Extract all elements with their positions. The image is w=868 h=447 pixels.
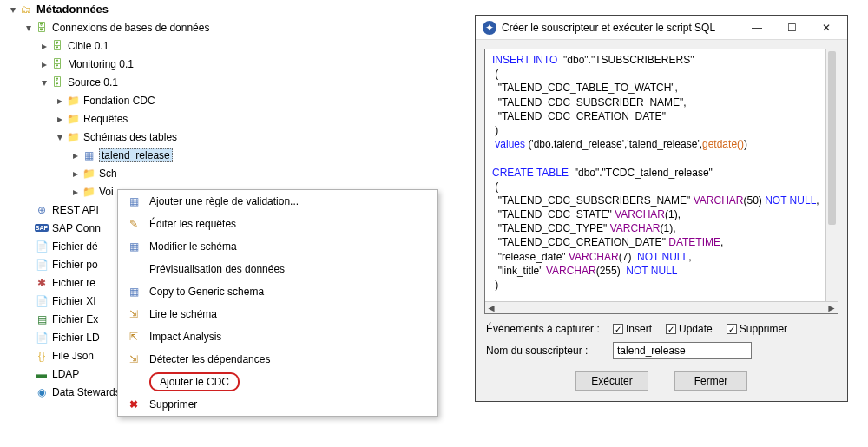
menu-label: Impact Analysis	[149, 331, 221, 343]
minimize-button[interactable]: —	[740, 16, 774, 39]
app-icon: ✦	[483, 21, 496, 35]
menu-label: Prévisualisation des données	[149, 263, 285, 275]
table-icon: ▦	[123, 195, 144, 207]
checkbox-delete[interactable]: ✓ Supprimer	[727, 323, 787, 335]
tree-label: Connexions de bases de données	[52, 22, 209, 34]
tree-label: Fondation CDC	[83, 95, 155, 107]
file-icon: 📄	[35, 294, 49, 308]
tree-sch[interactable]: ▸📁 Sch	[7, 164, 450, 182]
menu-label: Éditer les requêtes	[149, 218, 236, 230]
checkbox-insert[interactable]: ✓ Insert	[613, 323, 652, 335]
folder-icon: 📁	[82, 167, 95, 181]
checkbox-label: Insert	[626, 323, 652, 335]
events-label: Événements à capturer :	[486, 323, 608, 335]
file-icon: 📄	[35, 240, 49, 253]
tree-talend-release[interactable]: ▸▦ talend_release	[7, 146, 450, 164]
table-icon: ▦	[123, 286, 144, 298]
tree-label: File Json	[52, 350, 94, 362]
menu-copy-generic[interactable]: ▦ Copy to Generic schema	[118, 280, 437, 303]
file-icon: ✱	[35, 276, 49, 290]
db-icon: 🗄	[35, 21, 49, 35]
tree-cible[interactable]: ▸🗄 Cible 0.1	[7, 36, 450, 55]
delete-icon: ✖	[123, 398, 144, 411]
stewardship-icon: ◉	[35, 385, 49, 399]
checkbox-update[interactable]: ✓ Update	[666, 323, 713, 335]
sap-icon: SAP	[35, 221, 49, 235]
execute-button[interactable]: Exécuter	[575, 371, 648, 391]
tree-label: Voi	[99, 186, 114, 198]
refresh-icon: ⇲	[123, 308, 144, 320]
tree-label: Cible 0.1	[68, 40, 108, 52]
tree-source[interactable]: ▾🗄 Source 0.1	[7, 73, 450, 91]
menu-label: Ajouter une règle de validation...	[149, 195, 299, 207]
close-dialog-button[interactable]: Fermer	[674, 371, 747, 391]
checkbox-label: Supprimer	[740, 323, 787, 335]
tree-root[interactable]: ▾🗂 Métadonnées	[7, 0, 450, 18]
menu-edit-queries[interactable]: ✎ Éditer les requêtes	[118, 213, 437, 235]
analysis-icon: ⇱	[123, 331, 144, 343]
file-icon: 📄	[35, 331, 49, 345]
menu-label: Détecter les dépendances	[149, 353, 270, 365]
menu-add-cdc[interactable]: Ajouter le CDC	[118, 371, 437, 393]
excel-icon: ▤	[35, 312, 49, 326]
horizontal-scrollbar[interactable]: ◄ ►	[485, 301, 838, 313]
deps-icon: ⇲	[123, 353, 144, 365]
folder-icon: 📁	[66, 130, 80, 144]
tree-label: Sch	[99, 168, 117, 180]
tree-label: Fichier re	[52, 277, 95, 289]
tree-label: Fichier XI	[52, 295, 96, 307]
tree-connections[interactable]: ▾🗄 Connexions de bases de données	[7, 18, 450, 36]
tree-schemas[interactable]: ▾📁 Schémas des tables	[7, 128, 450, 146]
close-button[interactable]: ✕	[809, 16, 844, 39]
tree-label: LDAP	[52, 368, 79, 380]
globe-icon: ⊕	[35, 203, 49, 217]
scroll-right-icon[interactable]: ►	[825, 302, 838, 314]
sql-editor[interactable]: INSERT INTO "dbo"."TSUBSCRIBERERS" ( "TA…	[484, 49, 838, 314]
tree-label: Schémas des tables	[83, 131, 177, 143]
menu-label: Copy to Generic schema	[149, 286, 264, 298]
tree-fondation[interactable]: ▸📁 Fondation CDC	[7, 91, 450, 109]
tree-label: Monitoring 0.1	[68, 58, 134, 70]
db-icon: 🗄	[50, 39, 64, 53]
menu-preview[interactable]: Prévisualisation des données	[118, 258, 437, 280]
table-icon: ▦	[82, 148, 95, 162]
table-icon: ▦	[123, 240, 144, 253]
tree-label: Fichier Ex	[52, 313, 98, 325]
events-row: Événements à capturer : ✓ Insert ✓ Updat…	[476, 319, 847, 339]
maximize-button[interactable]: ☐	[774, 16, 809, 39]
json-icon: {}	[35, 349, 49, 363]
menu-label: Ajouter le CDC	[149, 372, 240, 391]
context-menu: ▦ Ajouter une règle de validation... ✎ É…	[117, 189, 438, 417]
subscriber-input[interactable]	[613, 342, 752, 359]
menu-deps[interactable]: ⇲ Détecter les dépendances	[118, 348, 437, 371]
tree-label: Source 0.1	[68, 76, 118, 89]
check-icon: ✓	[666, 324, 676, 334]
menu-read-schema[interactable]: ⇲ Lire le schéma	[118, 303, 437, 325]
scroll-left-icon[interactable]: ◄	[485, 302, 497, 314]
checkbox-label: Update	[679, 323, 713, 335]
tree-monitoring[interactable]: ▸🗄 Monitoring 0.1	[7, 55, 450, 73]
vertical-scrollbar[interactable]	[825, 49, 838, 301]
folder-icon: 📁	[66, 94, 80, 108]
menu-delete[interactable]: ✖ Supprimer	[118, 393, 437, 416]
dialog-title: Créer le souscripteur et exécuter le scr…	[502, 22, 740, 34]
check-icon: ✓	[727, 324, 737, 334]
db-icon: 🗄	[50, 76, 64, 89]
menu-add-rule[interactable]: ▦ Ajouter une règle de validation...	[118, 190, 437, 213]
dialog-titlebar[interactable]: ✦ Créer le souscripteur et exécuter le s…	[476, 16, 847, 40]
dialog-buttons: Exécuter Fermer	[476, 363, 847, 401]
folder-icon: 📁	[66, 112, 80, 126]
menu-impact[interactable]: ⇱ Impact Analysis	[118, 325, 437, 348]
tree-requetes[interactable]: ▸📁 Requêtes	[7, 109, 450, 128]
tree-label: Métadonnées	[36, 3, 108, 16]
ldap-icon: ▬	[35, 367, 49, 381]
menu-label: Supprimer	[149, 398, 197, 411]
folder-icon: 📁	[82, 185, 95, 199]
tree-label-selected: talend_release	[99, 148, 173, 162]
file-icon: 📄	[35, 258, 49, 272]
tree-label: Requêtes	[83, 113, 128, 125]
menu-edit-schema[interactable]: ▦ Modifier le schéma	[118, 235, 437, 258]
tree-label: SAP Conn	[52, 222, 101, 234]
tree-label: Fichier LD	[52, 332, 100, 344]
sql-text[interactable]: INSERT INTO "dbo"."TSUBSCRIBERERS" ( "TA…	[485, 49, 838, 301]
